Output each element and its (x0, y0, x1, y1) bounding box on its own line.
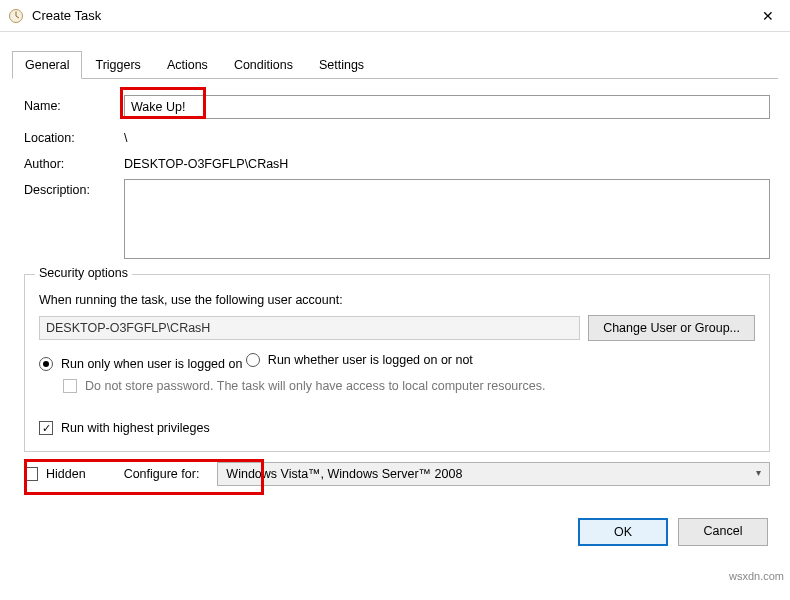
general-panel: Name: Location: \ Author: DESKTOP-O3FGFL… (0, 79, 790, 504)
run-only-logged-on-radio[interactable]: Run only when user is logged on (39, 357, 242, 371)
configure-for-label: Configure for: (124, 467, 200, 481)
name-label: Name: (24, 95, 124, 113)
ok-button[interactable]: OK (578, 518, 668, 546)
tab-actions[interactable]: Actions (154, 51, 221, 79)
tab-settings[interactable]: Settings (306, 51, 377, 79)
run-only-logged-on-label: Run only when user is logged on (61, 357, 242, 371)
radio-dot-icon (39, 357, 53, 371)
configure-for-dropdown[interactable]: Windows Vista™, Windows Server™ 2008 (217, 462, 770, 486)
checkbox-icon: ✓ (39, 421, 53, 435)
titlebar: Create Task ✕ (0, 0, 790, 32)
do-not-store-label: Do not store password. The task will onl… (85, 379, 545, 393)
security-options-group: Security options When running the task, … (24, 274, 770, 452)
tab-triggers[interactable]: Triggers (82, 51, 153, 79)
location-value: \ (124, 127, 770, 145)
run-whether-label: Run whether user is logged on or not (268, 353, 473, 367)
radio-dot-icon (246, 353, 260, 367)
tab-conditions-label: Conditions (234, 58, 293, 72)
dialog-footer: OK Cancel (0, 504, 790, 556)
description-row: Description: (24, 179, 770, 262)
security-options-legend: Security options (35, 266, 132, 280)
hidden-label: Hidden (46, 467, 86, 481)
author-value: DESKTOP-O3FGFLP\CRasH (124, 153, 770, 171)
checkbox-icon (24, 467, 38, 481)
location-row: Location: \ (24, 127, 770, 145)
run-highest-privileges-checkbox[interactable]: ✓ Run with highest privileges (39, 421, 210, 435)
tab-general-label: General (25, 58, 69, 72)
close-icon: ✕ (762, 8, 774, 24)
name-row: Name: (24, 95, 770, 119)
configure-for-value: Windows Vista™, Windows Server™ 2008 (226, 467, 462, 481)
run-whether-radio[interactable]: Run whether user is logged on or not (246, 353, 473, 367)
hidden-checkbox[interactable]: Hidden (24, 467, 86, 481)
checkbox-icon (63, 379, 77, 393)
close-button[interactable]: ✕ (745, 0, 790, 32)
do-not-store-password-checkbox: Do not store password. The task will onl… (63, 379, 545, 393)
change-user-button[interactable]: Change User or Group... (588, 315, 755, 341)
tab-conditions[interactable]: Conditions (221, 51, 306, 79)
tab-strip: General Triggers Actions Conditions Sett… (12, 50, 778, 79)
author-row: Author: DESKTOP-O3FGFLP\CRasH (24, 153, 770, 171)
run-highest-label: Run with highest privileges (61, 421, 210, 435)
tab-general[interactable]: General (12, 51, 82, 79)
cancel-button[interactable]: Cancel (678, 518, 768, 546)
task-scheduler-icon (8, 8, 24, 24)
tab-settings-label: Settings (319, 58, 364, 72)
user-account-value: DESKTOP-O3FGFLP\CRasH (39, 316, 580, 340)
author-label: Author: (24, 153, 124, 171)
location-label: Location: (24, 127, 124, 145)
window-title: Create Task (32, 8, 101, 23)
tab-actions-label: Actions (167, 58, 208, 72)
when-running-text: When running the task, use the following… (39, 293, 755, 307)
tab-triggers-label: Triggers (95, 58, 140, 72)
description-label: Description: (24, 179, 124, 197)
user-account-row: DESKTOP-O3FGFLP\CRasH Change User or Gro… (39, 315, 755, 341)
name-input[interactable] (124, 95, 770, 119)
description-input[interactable] (124, 179, 770, 259)
watermark-text: wsxdn.com (729, 570, 784, 582)
bottom-config-row: Hidden Configure for: Windows Vista™, Wi… (24, 462, 770, 486)
